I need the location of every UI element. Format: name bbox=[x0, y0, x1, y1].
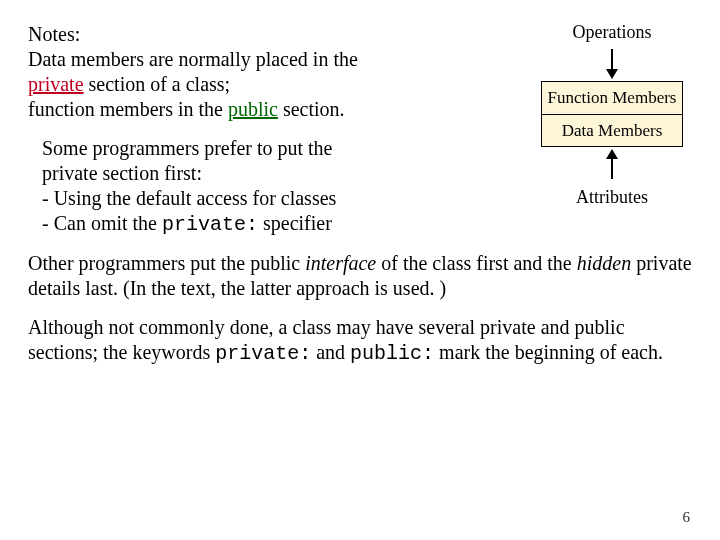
function-members-cell: Function Members bbox=[542, 82, 682, 114]
data-members-cell: Data Members bbox=[542, 114, 682, 147]
notes-line2b: section. bbox=[278, 98, 345, 120]
other-part1: Other programmers put the public bbox=[28, 252, 305, 274]
prefer-line2: private section first: bbox=[42, 162, 202, 184]
prefer-bullet2a: - Can omit the bbox=[42, 212, 162, 234]
prefer-bullet2b: specifier bbox=[258, 212, 332, 234]
kw-public-code: public: bbox=[350, 342, 434, 365]
notes-line1: Data members are normally placed in the … bbox=[28, 47, 514, 122]
class-box: Function Members Data Members bbox=[541, 81, 683, 147]
notes-line1b: section of a class; bbox=[84, 73, 231, 95]
other-programmers-para: Other programmers put the public interfa… bbox=[28, 251, 692, 301]
interface-word: interface bbox=[305, 252, 376, 274]
notes-line1a: Data members are normally placed in the bbox=[28, 48, 358, 70]
notes-block: Notes: Data members are normally placed … bbox=[28, 22, 514, 237]
prefer-block: Some programmers prefer to put the priva… bbox=[42, 136, 514, 237]
although-para: Although not commonly done, a class may … bbox=[28, 315, 692, 366]
arrow-up-icon bbox=[532, 149, 692, 179]
prefer-line1: Some programmers prefer to put the bbox=[42, 137, 332, 159]
class-diagram: Operations Function Members Data Members… bbox=[532, 22, 692, 214]
attributes-label: Attributes bbox=[532, 187, 692, 208]
hidden-word: hidden bbox=[577, 252, 631, 274]
kw-private-code: private: bbox=[215, 342, 311, 365]
arrow-down-icon bbox=[532, 49, 692, 79]
notes-title: Notes: bbox=[28, 22, 514, 47]
public-word: public bbox=[228, 98, 278, 120]
private-specifier-code: private: bbox=[162, 213, 258, 236]
private-word: private bbox=[28, 73, 84, 95]
although-mid: and bbox=[311, 341, 350, 363]
other-part2: of the class first and the bbox=[376, 252, 577, 274]
operations-label: Operations bbox=[532, 22, 692, 43]
although-part2: mark the beginning of each. bbox=[434, 341, 663, 363]
page-number: 6 bbox=[683, 509, 691, 526]
notes-line2a: function members in the bbox=[28, 98, 228, 120]
prefer-bullet1: - Using the default access for classes bbox=[42, 187, 336, 209]
svg-marker-1 bbox=[606, 69, 618, 79]
